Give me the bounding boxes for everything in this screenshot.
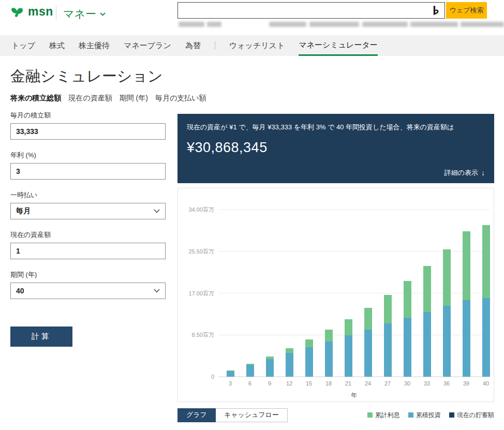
bar-累計利息[interactable] xyxy=(364,308,372,330)
payment-frequency-value: 毎月 xyxy=(16,206,31,216)
bar-累計利息[interactable] xyxy=(227,370,234,371)
header: msn マネー ウェブ検索 xyxy=(0,0,504,32)
bar-累積投資[interactable] xyxy=(305,347,313,377)
x-tick-label: 36 xyxy=(443,380,450,387)
x-axis-label: 年 xyxy=(351,392,357,399)
bar-累積投資[interactable] xyxy=(246,365,254,377)
bar-累積投資[interactable] xyxy=(325,342,333,377)
subtab-current-assets[interactable]: 現在の資産額 xyxy=(68,94,112,103)
bar-累積投資[interactable] xyxy=(345,335,352,377)
y-tick-label: 0 xyxy=(211,374,214,380)
field-current-assets: 現在の資産額 xyxy=(10,230,166,259)
monthly-deposit-label: 毎月の積立額 xyxy=(10,111,166,120)
chart-panel: 08.50百万17.00百万25.50百万34.00百万369121518212… xyxy=(177,188,494,402)
bar-累計利息[interactable] xyxy=(384,295,392,323)
result-panel: 現在の資産が ¥1 で、毎月 ¥33,333 を年利 3% で 40 年間投資し… xyxy=(177,114,494,183)
monthly-deposit-input[interactable] xyxy=(10,123,166,140)
x-tick-label: 27 xyxy=(384,380,391,387)
bar-累計利息[interactable] xyxy=(482,225,490,298)
result-summary: 現在の資産が ¥1 で、毎月 ¥33,333 を年利 3% で 40 年間投資し… xyxy=(187,122,485,132)
bar-累計利息[interactable] xyxy=(443,249,451,306)
payment-frequency-select[interactable]: 毎月 xyxy=(10,203,166,219)
bar-累積投資[interactable] xyxy=(227,371,234,377)
simulator-subtabs: 将来の積立総額 現在の資産額 期間 (年) 毎月の支払い額 xyxy=(10,94,206,103)
bar-累積投資[interactable] xyxy=(384,323,392,377)
x-tick-label: 15 xyxy=(306,380,312,387)
bar-累積投資[interactable] xyxy=(443,306,451,377)
bar-累計利息[interactable] xyxy=(305,339,313,347)
bar-累積投資[interactable] xyxy=(463,300,470,377)
current-assets-label: 現在の資産額 xyxy=(10,230,166,240)
legend-label: 現在の貯蓄額 xyxy=(457,411,494,420)
legend-investment: 累積投資 xyxy=(408,411,441,420)
x-tick-label: 6 xyxy=(248,380,251,387)
field-period-years: 期間 (年) 40 xyxy=(10,270,166,299)
period-years-select[interactable]: 40 xyxy=(10,283,166,299)
bar-累計利息[interactable] xyxy=(266,357,274,359)
y-tick-label: 8.50百万 xyxy=(192,332,214,338)
nav-exchange[interactable]: 為替 xyxy=(185,35,201,56)
bar-累積投資[interactable] xyxy=(423,312,431,377)
bar-累計利息[interactable] xyxy=(423,266,431,312)
current-assets-input[interactable] xyxy=(10,243,166,259)
nav-stocks[interactable]: 株式 xyxy=(49,35,65,56)
period-years-label: 期間 (年) xyxy=(10,270,166,279)
details-link[interactable]: 詳細の表示 ↓ xyxy=(444,168,485,177)
field-monthly-deposit: 毎月の積立額 xyxy=(10,111,166,140)
bing-logo-icon[interactable] xyxy=(427,3,444,18)
web-search-button[interactable]: ウェブ検索 xyxy=(446,2,487,19)
annual-rate-input[interactable] xyxy=(10,163,166,180)
search-input[interactable] xyxy=(178,3,427,18)
subtab-period[interactable]: 期間 (年) xyxy=(120,94,148,103)
arrow-down-icon: ↓ xyxy=(481,169,485,177)
vertical-money-menu[interactable]: マネー xyxy=(63,7,106,21)
payment-frequency-label: 一時払い xyxy=(10,190,166,200)
bar-累計利息[interactable] xyxy=(463,231,470,300)
bar-累計利息[interactable] xyxy=(345,319,352,335)
calculate-button[interactable]: 計算 xyxy=(10,327,72,347)
subtab-monthly-payment[interactable]: 毎月の支払い額 xyxy=(155,94,206,103)
x-tick-label: 21 xyxy=(345,380,351,387)
details-label: 詳細の表示 xyxy=(444,168,478,177)
nav-money-simulator[interactable]: マネーシミュレーター xyxy=(299,35,377,56)
chart-legend: 累計利息 累積投資 現在の貯蓄額 xyxy=(367,411,494,420)
simulation-chart-svg: 08.50百万17.00百万25.50百万34.00百万369121518212… xyxy=(178,188,494,402)
msn-butterfly-icon xyxy=(10,5,24,19)
chevron-down-icon xyxy=(100,12,106,16)
bar-累積投資[interactable] xyxy=(404,318,411,377)
legend-interest: 累計利息 xyxy=(367,411,400,420)
result-amount: ¥30,868,345 xyxy=(187,140,485,156)
logo-divider xyxy=(56,5,56,20)
legend-swatch-investment xyxy=(408,412,413,418)
bar-累計利息[interactable] xyxy=(246,364,254,365)
x-tick-label: 9 xyxy=(268,380,271,387)
nav-top[interactable]: トップ xyxy=(11,35,35,56)
period-years-value: 40 xyxy=(16,287,24,295)
chevron-down-icon xyxy=(154,289,160,293)
bar-累積投資[interactable] xyxy=(286,353,293,377)
redacted-text xyxy=(309,22,359,27)
bar-累計利息[interactable] xyxy=(404,281,411,318)
msn-logo[interactable]: msn xyxy=(10,5,53,19)
nav-money-plan[interactable]: マネープラン xyxy=(124,35,171,56)
bar-累計利息[interactable] xyxy=(325,330,333,341)
x-tick-label: 18 xyxy=(325,380,332,387)
primary-nav: トップ 株式 株主優待 マネープラン 為替 ウォッチリスト マネーシミュレーター xyxy=(0,35,504,56)
bar-累積投資[interactable] xyxy=(364,330,372,377)
nav-divider xyxy=(215,41,215,50)
cashflow-tab[interactable]: キャッシュフロー xyxy=(216,408,288,422)
y-tick-label: 17.00百万 xyxy=(188,290,214,296)
nav-watchlist[interactable]: ウォッチリスト xyxy=(229,35,285,56)
y-tick-label: 34.00百万 xyxy=(188,206,214,213)
graph-tab[interactable]: グラフ xyxy=(177,408,216,422)
redacted-text xyxy=(179,22,204,27)
subtab-future-total[interactable]: 将来の積立総額 xyxy=(10,94,61,103)
legend-swatch-interest xyxy=(367,412,373,418)
x-tick-label: 12 xyxy=(286,380,292,387)
bar-累積投資[interactable] xyxy=(266,359,274,377)
bar-累計利息[interactable] xyxy=(286,348,293,353)
x-tick-label: 3 xyxy=(229,380,232,387)
redacted-text xyxy=(269,22,306,27)
bar-累積投資[interactable] xyxy=(482,298,490,377)
nav-shareholder-benefits[interactable]: 株主優待 xyxy=(79,35,110,56)
